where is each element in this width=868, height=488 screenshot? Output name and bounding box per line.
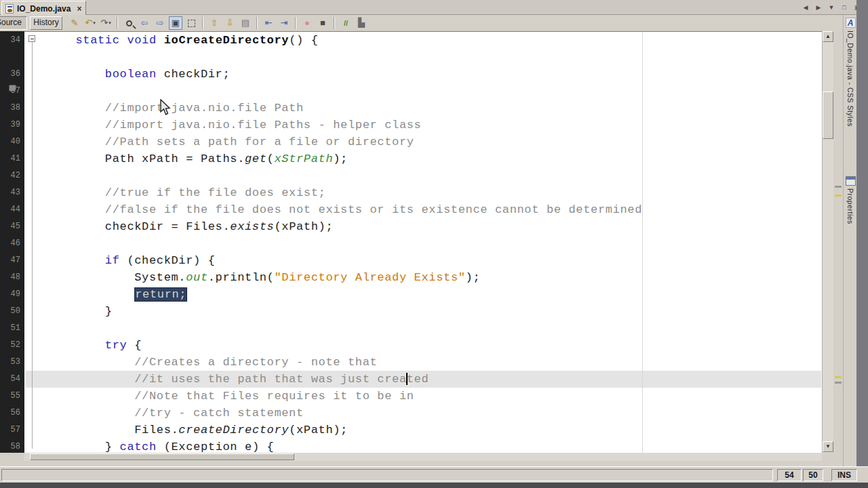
code-line-37[interactable] <box>43 83 822 100</box>
toggle-highlight-search-icon[interactable]: ▣ <box>169 16 182 30</box>
error-stripe-mark[interactable] <box>835 382 842 384</box>
docked-tab-css-styles[interactable]: A IO_Demo.java - CSS Styles <box>844 18 856 127</box>
horizontal-scrollbar-thumb[interactable] <box>30 453 294 460</box>
code-line-48[interactable]: System.out.println("Directory Already Ex… <box>43 269 822 286</box>
code-line-39[interactable]: //import java.nio.file Paths - helper cl… <box>43 117 822 134</box>
rectangular-selection-icon[interactable] <box>184 16 198 30</box>
navigate-forward-icon[interactable]: ⇨ <box>153 16 167 30</box>
source-view-button[interactable]: Source <box>0 16 27 30</box>
tab-io-demo-java[interactable]: IO_Demo.java × <box>1 1 86 15</box>
error-stripe[interactable] <box>833 16 843 466</box>
dropdown-arrow-icon[interactable]: ▾ <box>93 16 96 30</box>
gutter-line-55[interactable]: 55 <box>0 388 20 405</box>
code-line-46[interactable] <box>43 235 822 252</box>
shift-line-right-icon[interactable]: ⇥ <box>277 16 291 30</box>
gutter-line-52[interactable]: 52 <box>0 337 20 354</box>
find-selection-icon[interactable] <box>122 16 136 30</box>
line-number-gutter: 3436373839404142434445464748495051525354… <box>0 31 24 453</box>
scroll-down-icon[interactable]: ▼ <box>823 441 833 452</box>
gutter-line-37[interactable]: 37 <box>0 83 20 100</box>
vertical-scrollbar[interactable]: ▲ ▼ <box>822 31 833 453</box>
code-line-47[interactable]: if (checkDir) { <box>43 252 822 269</box>
gutter-line-51[interactable]: 51 <box>0 320 20 337</box>
code-line-45[interactable]: checkDir = Files.exists(xPath); <box>43 218 822 235</box>
gutter-line-34[interactable]: 34 <box>0 32 20 49</box>
gutter-line-43[interactable]: 43 <box>0 184 20 201</box>
previous-bookmark-icon[interactable]: ⇧ <box>208 16 221 30</box>
code-line-40[interactable]: //Path sets a path for a file or directo… <box>43 134 822 150</box>
status-insert-mode-cell[interactable]: INS <box>831 469 857 481</box>
tab-close-icon[interactable]: × <box>77 5 81 12</box>
code-line-53[interactable]: //Creates a directory - note that <box>43 354 822 371</box>
error-stripe-mark[interactable] <box>835 195 842 197</box>
vertical-scrollbar-thumb[interactable] <box>823 92 833 139</box>
window-bottom-edge <box>0 483 868 488</box>
code-line-55[interactable]: //Note that Files requires it to be in <box>43 388 822 405</box>
scroll-tabs-left-icon[interactable]: ◀ <box>801 3 810 12</box>
gutter-line-47[interactable]: 47 <box>0 252 20 269</box>
shift-line-left-icon[interactable]: ⇤ <box>262 16 275 30</box>
code-line-41[interactable]: Path xPath = Paths.get(xStrPath); <box>43 150 822 167</box>
gutter-line-56[interactable]: 56 <box>0 405 20 422</box>
gutter-line-35[interactable] <box>0 49 20 66</box>
code-editor[interactable]: static void ioCreateDirectory() { boolea… <box>43 32 822 452</box>
toolbar-separator <box>202 17 203 29</box>
scroll-up-icon[interactable]: ▲ <box>823 31 833 42</box>
start-macro-recording-icon[interactable]: ● <box>300 16 314 30</box>
gutter-line-41[interactable]: 41 <box>0 150 20 167</box>
code-line-43[interactable]: //true if the file does exist; <box>43 184 822 201</box>
gutter-line-40[interactable]: 40 <box>0 134 20 150</box>
gutter-line-39[interactable]: 39 <box>0 117 20 134</box>
code-line-35[interactable] <box>43 49 822 66</box>
gutter-line-57[interactable]: 57 <box>0 422 20 439</box>
code-line-42[interactable] <box>43 167 822 184</box>
code-line-50[interactable]: } <box>43 303 822 320</box>
code-line-57[interactable]: Files.createDirectory(xPath); <box>43 422 822 439</box>
code-fold-steps-icon[interactable]: ▙ <box>355 16 368 30</box>
horizontal-scrollbar[interactable] <box>24 453 822 461</box>
status-column-cell: 50 <box>803 469 823 481</box>
code-line-36[interactable]: boolean checkDir; <box>43 66 822 83</box>
gutter-line-45[interactable]: 45 <box>0 218 20 235</box>
code-line-49[interactable]: return; <box>43 286 822 303</box>
toolbar-separator <box>117 17 118 29</box>
stop-macro-recording-icon[interactable]: ■ <box>316 16 330 30</box>
toolbar-icons: ✎↶▾↷▾⇦⇨▣⇧⇩▤⇤⇥●■//▙ <box>68 16 368 30</box>
code-line-51[interactable] <box>43 320 822 337</box>
next-bookmark-icon[interactable]: ⇩ <box>223 16 237 30</box>
code-line-54[interactable]: //it uses the path that was just created <box>43 371 822 388</box>
navigate-back-icon[interactable]: ⇦ <box>138 16 151 30</box>
java-file-icon <box>5 4 14 14</box>
forward-icon[interactable]: ↷▾ <box>99 16 113 30</box>
right-docked-tab-strip: A IO_Demo.java - CSS Styles Properties <box>843 15 856 466</box>
gutter-line-44[interactable]: 44 <box>0 201 20 218</box>
code-line-52[interactable]: try { <box>43 337 822 354</box>
maximize-window-icon[interactable]: □ <box>840 3 849 12</box>
scroll-tabs-right-icon[interactable]: ▶ <box>814 3 823 12</box>
tab-controls: ◀▶▼□▣ <box>801 3 862 12</box>
toggle-bookmark-icon[interactable]: ▤ <box>239 16 252 30</box>
error-stripe-mark[interactable] <box>835 186 842 188</box>
last-edit-location-icon[interactable]: ✎ <box>68 16 81 30</box>
code-line-34[interactable]: static void ioCreateDirectory() { <box>43 32 822 49</box>
gutter-line-36[interactable]: 36 <box>0 66 20 83</box>
gutter-line-49[interactable]: 49 <box>0 286 20 303</box>
fold-collapse-icon[interactable] <box>28 35 35 42</box>
dropdown-arrow-icon[interactable]: ▾ <box>108 16 111 30</box>
tab-list-dropdown-icon[interactable]: ▼ <box>827 3 836 12</box>
history-view-button[interactable]: History <box>30 16 62 30</box>
gutter-line-42[interactable]: 42 <box>0 167 20 184</box>
error-stripe-mark[interactable] <box>835 376 842 378</box>
code-line-44[interactable]: //false if the file does not exists or i… <box>43 201 822 218</box>
toggle-comment-icon[interactable]: // <box>339 16 353 30</box>
gutter-line-50[interactable]: 50 <box>0 303 20 320</box>
gutter-line-58[interactable]: 58 <box>0 439 20 453</box>
gutter-line-54[interactable]: 54 <box>0 371 20 388</box>
docked-tab-properties[interactable]: Properties <box>844 176 856 224</box>
gutter-line-46[interactable]: 46 <box>0 235 20 252</box>
back-icon[interactable]: ↶▾ <box>83 16 97 30</box>
gutter-line-53[interactable]: 53 <box>0 354 20 371</box>
gutter-line-38[interactable]: 38 <box>0 100 20 117</box>
code-line-56[interactable]: //try - catch statement <box>43 405 822 422</box>
gutter-line-48[interactable]: 48 <box>0 269 20 286</box>
